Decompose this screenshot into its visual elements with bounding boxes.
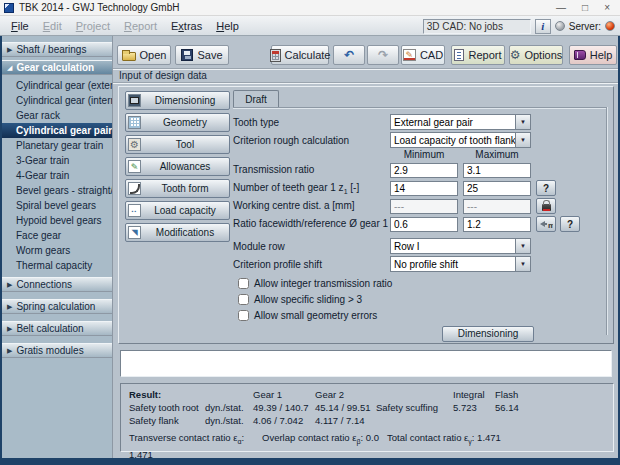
lock-icon (542, 204, 551, 211)
tooth-form-icon (128, 182, 141, 195)
sidebar-header-gratis-modules[interactable]: ▶Gratis modules (2, 343, 112, 358)
transmission-ratio-min-input[interactable] (390, 163, 458, 178)
save-button[interactable]: Save (175, 45, 229, 65)
gear1-column-header: Gear 1 (253, 388, 315, 401)
teeth-number-label: Number of teeth gear 1 z1 [-] (233, 182, 390, 195)
save-floppy-icon (181, 49, 193, 61)
allow-integer-ratio-label: Allow integer transmission ratio (254, 278, 392, 289)
safety-flank-mode: dyn./stat. (205, 414, 253, 427)
sidebar-item-3-gear-train[interactable]: 3-Gear train (2, 153, 112, 168)
cad-status-field[interactable]: 3D CAD: No jobs (423, 19, 531, 34)
sidebar-item-gear-rack[interactable]: Gear rack (2, 108, 112, 123)
criterion-rough-select[interactable]: Load capacity of tooth flank ▼ (390, 132, 531, 148)
teeth-number-max-input[interactable] (463, 181, 531, 196)
menu-item-extras[interactable]: Extras (164, 18, 209, 34)
sidebar-item-planetary-gear-train[interactable]: Planetary gear train (2, 138, 112, 153)
safety-flank-label: Safety flank (129, 414, 205, 427)
load-capacity-icon (128, 204, 141, 217)
chevron-down-icon[interactable]: ▼ (515, 239, 530, 253)
nav-load-capacity-button[interactable]: Load capacity (125, 201, 230, 220)
allowances-icon (128, 160, 141, 173)
allow-specific-sliding-checkbox[interactable] (238, 294, 249, 305)
flash-column-header: Flash (495, 388, 613, 401)
sidebar-item-thermal-capacity[interactable]: Thermal capacity (2, 258, 112, 273)
safety-scuffing-integral: 5.723 (453, 401, 495, 414)
chevron-down-icon[interactable]: ▼ (515, 257, 530, 271)
nav-modifications-button[interactable]: Modifications (125, 223, 230, 242)
nav-tool-button[interactable]: Tool (125, 135, 230, 154)
chevron-down-icon[interactable]: ▼ (515, 115, 530, 129)
sidebar-header-spring-calculation[interactable]: ▶Spring calculation (2, 299, 112, 314)
sidebar-header-gear-calculation[interactable]: ◢Gear calculation (2, 60, 112, 75)
module-arrow-icon: m (539, 218, 553, 230)
allow-integer-ratio-checkbox[interactable] (238, 278, 249, 289)
collapsed-arrow-icon: ▶ (7, 325, 12, 333)
report-button[interactable]: Report (451, 45, 505, 65)
nav-geometry-button[interactable]: Geometry (125, 113, 230, 132)
nav-allowances-button[interactable]: Allowances (125, 157, 230, 176)
report-document-icon (454, 49, 464, 61)
close-icon[interactable]: × (604, 1, 610, 15)
maximize-icon[interactable]: □ (582, 1, 588, 15)
nav-dimensioning-button[interactable]: Dimensioning (125, 91, 230, 110)
results-panel: Result: Gear 1 Gear 2 Integral Flash Saf… (120, 383, 614, 452)
allow-geometry-errors-checkbox[interactable] (238, 310, 249, 321)
safety-scuffing-flash: 56.14 (495, 401, 613, 414)
info-button[interactable]: i (535, 19, 551, 34)
teeth-number-min-input[interactable] (390, 181, 458, 196)
nav-tooth-form-button[interactable]: Tooth form (125, 179, 230, 198)
tab-divider (233, 107, 607, 108)
undo-button[interactable]: ↶ (333, 45, 365, 65)
sidebar-item-4-gear-train[interactable]: 4-Gear train (2, 168, 112, 183)
transmission-ratio-max-input[interactable] (463, 163, 531, 178)
open-button[interactable]: Open (117, 45, 171, 65)
module-row-value: Row I (391, 241, 515, 252)
centre-distance-min-input[interactable] (390, 199, 458, 214)
menu-item-report: Report (117, 18, 164, 34)
allow-specific-sliding-label: Allow specific sliding > 3 (254, 294, 362, 305)
facewidth-help-button[interactable]: ? (560, 216, 580, 232)
options-button[interactable]: ⚙Options (509, 45, 563, 65)
menu-item-project: Project (69, 18, 117, 34)
module-row-select[interactable]: Row I ▼ (390, 238, 531, 254)
sidebar-item-bevel-gears[interactable]: Bevel gears - straight/helical (2, 183, 112, 198)
centre-distance-max-input[interactable] (463, 199, 531, 214)
gear-icon: ⚙ (510, 49, 521, 61)
tooth-type-select[interactable]: External gear pair ▼ (390, 114, 531, 130)
sidebar-item-cylindrical-gear-external[interactable]: Cylindrical gear (external) (2, 78, 112, 93)
sidebar-item-cylindrical-gear-pair[interactable]: Cylindrical gear pair (2, 123, 112, 138)
dimensioning-button[interactable]: Dimensioning (442, 326, 534, 342)
sidebar-item-spiral-bevel-gears[interactable]: Spiral bevel gears (2, 198, 112, 213)
facewidth-ratio-max-input[interactable] (463, 217, 531, 232)
expanded-arrow-icon: ◢ (7, 64, 12, 72)
sidebar-item-hypoid-bevel-gears[interactable]: Hypoid bevel gears (2, 213, 112, 228)
tooth-type-label: Tooth type (233, 117, 390, 128)
criterion-rough-value: Load capacity of tooth flank (391, 135, 515, 146)
sidebar-item-face-gear[interactable]: Face gear (2, 228, 112, 243)
results-title: Result: (129, 388, 205, 401)
menu-item-help[interactable]: Help (209, 18, 246, 34)
minimum-column-header: Minimum (390, 149, 458, 161)
minimize-icon[interactable]: — (556, 1, 566, 15)
sidebar-item-cylindrical-gear-internal[interactable]: Cylindrical gear (internal) (2, 93, 112, 108)
sidebar-item-worm-gears[interactable]: Worm gears (2, 243, 112, 258)
profile-shift-select[interactable]: No profile shift ▼ (390, 256, 531, 272)
cad-status-led (555, 21, 565, 31)
content-divider (606, 107, 607, 335)
safety-scuffing-label: Safety scuffing (376, 401, 453, 414)
sidebar-header-connections[interactable]: ▶Connections (2, 277, 112, 292)
calculate-button[interactable]: Calculate (271, 45, 329, 65)
centre-distance-lock-button[interactable] (536, 198, 556, 214)
integral-column-header: Integral (453, 388, 495, 401)
dimensioning-icon (128, 94, 141, 107)
chevron-down-icon[interactable]: ▼ (515, 133, 530, 147)
teeth-help-button[interactable]: ? (536, 180, 556, 196)
help-button[interactable]: Help (569, 45, 617, 65)
sidebar-header-belt-calculation[interactable]: ▶Belt calculation (2, 321, 112, 336)
facewidth-ratio-min-input[interactable] (390, 217, 458, 232)
sidebar-header-shaft-bearings[interactable]: ▶Shaft / bearings (2, 42, 112, 57)
module-suggest-button[interactable]: m (536, 216, 556, 232)
cad-button[interactable]: CAD (401, 45, 445, 65)
tab-draft[interactable]: Draft (233, 90, 279, 108)
menu-item-file[interactable]: File (4, 18, 36, 34)
